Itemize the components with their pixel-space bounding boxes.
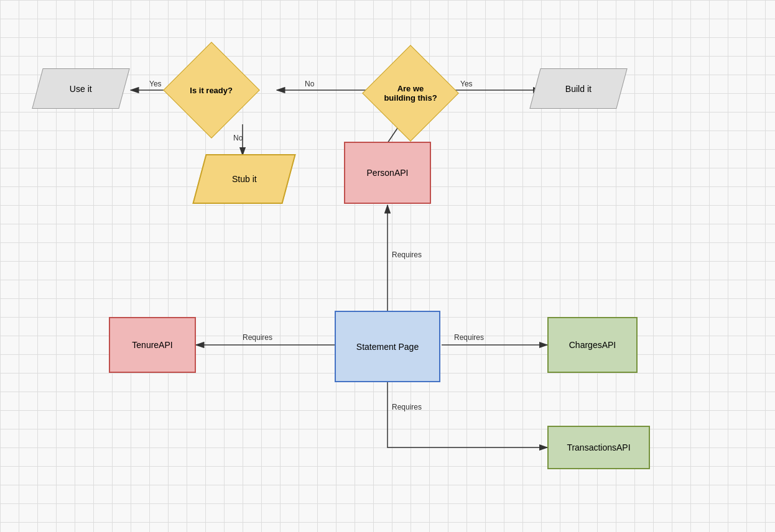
tenure-api-label: TenureAPI [132, 340, 172, 350]
charges-api-node: ChargesAPI [547, 317, 638, 373]
statement-page-label: Statement Page [356, 342, 419, 352]
are-we-building-label: Are we building this? [379, 84, 442, 103]
requires-left-label: Requires [243, 333, 272, 342]
is-it-ready-label: Is it ready? [180, 86, 243, 95]
requires-person-label: Requires [392, 250, 422, 259]
diagram-container: Use it Is it ready? Are we building this… [0, 0, 775, 532]
requires-bottom-label: Requires [392, 403, 422, 411]
person-api-label: PersonAPI [367, 168, 409, 178]
stub-it-node: Stub it [192, 154, 295, 204]
no-building-label: No [305, 80, 314, 88]
yes-use-label: Yes [149, 80, 162, 88]
yes-build-label: Yes [460, 80, 473, 88]
build-it-node: Build it [529, 68, 627, 109]
transactions-api-label: TransactionsAPI [567, 443, 630, 452]
use-it-label: Use it [70, 84, 92, 94]
transactions-api-node: TransactionsAPI [547, 426, 650, 469]
person-api-node: PersonAPI [344, 142, 431, 204]
charges-api-label: ChargesAPI [569, 340, 616, 350]
is-it-ready-node: Is it ready? [174, 53, 249, 127]
are-we-building-diamond: Are we building this? [362, 45, 459, 142]
is-it-ready-diamond: Is it ready? [163, 42, 260, 139]
no-stub-label: No [233, 134, 243, 142]
are-we-building-node: Are we building this? [370, 53, 451, 134]
tenure-api-node: TenureAPI [109, 317, 196, 373]
statement-page-node: Statement Page [335, 311, 440, 382]
stub-it-label: Stub it [232, 174, 257, 184]
requires-right-label: Requires [454, 333, 484, 342]
use-it-node: Use it [32, 68, 129, 109]
build-it-label: Build it [565, 84, 592, 94]
